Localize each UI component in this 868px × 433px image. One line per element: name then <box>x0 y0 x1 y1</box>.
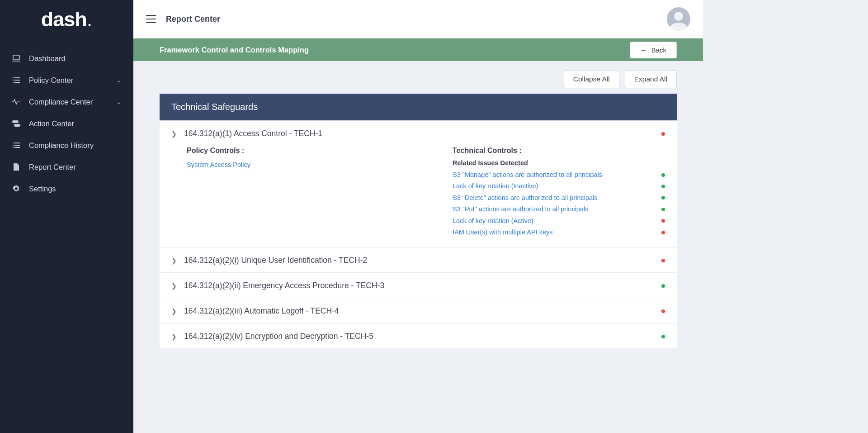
subheader-title: Framework Control and Controls Mapping <box>160 46 309 54</box>
issue-row: Lack of key rotation (Active) <box>453 215 665 227</box>
issue-row: S3 "Manage" actions are authorized to al… <box>453 169 665 181</box>
technical-controls-column: Technical Controls : Related Issues Dete… <box>453 147 665 238</box>
sidebar-item-label: Action Center <box>29 119 74 128</box>
logo: dash. <box>0 0 133 38</box>
expand-all-button[interactable]: Expand All <box>625 70 677 88</box>
policy-link[interactable]: System Access Policy <box>187 159 443 171</box>
policy-controls-heading: Policy Controls : <box>187 147 443 155</box>
issue-link[interactable]: S3 "Put" actions are authorized to all p… <box>453 204 588 215</box>
gear-icon <box>12 184 21 193</box>
page-title: Report Center <box>166 14 220 24</box>
status-dot <box>661 309 665 313</box>
topbar: Report Center <box>133 0 703 38</box>
sidebar-item-label: Compliance Center <box>29 98 93 106</box>
sidebar-item-label: Dashboard <box>29 54 66 63</box>
activity-icon <box>12 97 21 106</box>
laptop-icon <box>12 54 21 63</box>
issue-link[interactable]: S3 "Delete" actions are authorized to al… <box>453 192 598 204</box>
content: Technical Safeguards ❯ 164.312(a)(1) Acc… <box>133 91 703 433</box>
svg-rect-1 <box>12 120 19 123</box>
status-dot <box>661 259 665 262</box>
back-button-label: Back <box>651 46 666 54</box>
sidebar-item-label: Report Center <box>29 163 76 171</box>
status-dot <box>661 208 665 211</box>
control-row: ❯ 164.312(a)(2)(iv) Encryption and Decry… <box>160 323 677 348</box>
chevron-right-icon: ❯ <box>171 333 178 340</box>
avatar[interactable] <box>667 7 690 31</box>
control-title: 164.312(a)(2)(ii) Emergency Access Proce… <box>184 281 384 290</box>
control-row: ❯ 164.312(a)(1) Access Control - TECH-1 … <box>160 120 677 247</box>
chevron-right-icon: ❯ <box>171 308 178 315</box>
toggle-icon <box>12 119 21 128</box>
sidebar-item-compliance-history[interactable]: Compliance History <box>0 134 133 156</box>
control-title: 164.312(a)(1) Access Control - TECH-1 <box>184 129 322 138</box>
status-dot <box>661 185 665 188</box>
arrow-left-icon: ← <box>640 46 647 54</box>
logo-text: dash <box>41 9 87 29</box>
svg-rect-2 <box>14 124 20 127</box>
chevron-down-icon: ⌄ <box>116 98 122 105</box>
chevron-right-icon: ❯ <box>171 257 178 264</box>
control-row-header[interactable]: ❯ 164.312(a)(1) Access Control - TECH-1 <box>171 129 665 138</box>
status-dot <box>661 173 665 177</box>
sidebar: dash. Dashboard Policy Center ⌄ Complian… <box>0 0 133 433</box>
back-button[interactable]: ← Back <box>630 42 677 58</box>
sidebar-item-report-center[interactable]: Report Center <box>0 156 133 178</box>
control-row-header[interactable]: ❯ 164.312(a)(2)(ii) Emergency Access Pro… <box>171 281 665 290</box>
sidebar-item-compliance-center[interactable]: Compliance Center ⌄ <box>0 91 133 113</box>
issue-link[interactable]: Lack of key rotation (Active) <box>453 215 533 227</box>
control-row-header[interactable]: ❯ 164.312(a)(2)(i) Unique User Identific… <box>171 256 665 265</box>
collapse-all-button[interactable]: Collapse All <box>564 70 619 88</box>
technical-controls-heading: Technical Controls : <box>453 147 665 155</box>
chevron-down-icon: ⌄ <box>116 76 122 84</box>
sidebar-item-action-center[interactable]: Action Center <box>0 113 133 134</box>
status-dot <box>661 284 665 288</box>
issue-link[interactable]: Lack of key rotation (Inactive) <box>453 181 538 192</box>
issue-row: IAM User(s) with multiple API keys <box>453 227 665 238</box>
issue-row: S3 "Delete" actions are authorized to al… <box>453 192 665 204</box>
policy-controls-column: Policy Controls : System Access Policy <box>187 147 443 238</box>
issue-row: S3 "Put" actions are authorized to all p… <box>453 204 665 215</box>
logo-dot: . <box>87 8 93 31</box>
status-dot <box>661 335 665 338</box>
chevron-right-icon: ❯ <box>171 130 178 138</box>
sidebar-nav: Dashboard Policy Center ⌄ Compliance Cen… <box>0 38 133 200</box>
issue-row: Lack of key rotation (Inactive) <box>453 181 665 192</box>
control-row: ❯ 164.312(a)(2)(iii) Automatic Logoff - … <box>160 298 677 323</box>
toolbar: Collapse All Expand All <box>133 61 703 91</box>
sidebar-item-settings[interactable]: Settings <box>0 178 133 200</box>
related-issues-heading: Related Issues Detected <box>453 159 665 167</box>
panel-title: Technical Safeguards <box>160 94 677 120</box>
control-row-header[interactable]: ❯ 164.312(a)(2)(iv) Encryption and Decry… <box>171 332 665 341</box>
main: Report Center Framework Control and Cont… <box>133 0 703 433</box>
safeguards-panel: Technical Safeguards ❯ 164.312(a)(1) Acc… <box>160 94 677 348</box>
sidebar-item-label: Settings <box>29 185 56 193</box>
chevron-right-icon: ❯ <box>171 282 178 290</box>
control-row-header[interactable]: ❯ 164.312(a)(2)(iii) Automatic Logoff - … <box>171 306 665 316</box>
svg-rect-0 <box>13 55 19 60</box>
issue-link[interactable]: IAM User(s) with multiple API keys <box>453 227 553 238</box>
control-title: 164.312(a)(2)(iv) Encryption and Decrypt… <box>184 332 373 341</box>
status-dot <box>661 219 665 223</box>
sidebar-item-dashboard[interactable]: Dashboard <box>0 48 133 69</box>
control-row: ❯ 164.312(a)(2)(i) Unique User Identific… <box>160 247 677 272</box>
control-row: ❯ 164.312(a)(2)(ii) Emergency Access Pro… <box>160 272 677 298</box>
control-row-body: Policy Controls : System Access Policy T… <box>171 138 665 240</box>
status-dot <box>661 132 665 136</box>
control-title: 164.312(a)(2)(i) Unique User Identificat… <box>184 256 367 265</box>
status-dot <box>661 231 665 234</box>
sidebar-item-label: Compliance History <box>29 141 94 150</box>
sidebar-item-label: Policy Center <box>29 76 73 85</box>
file-icon <box>12 162 21 171</box>
list-icon <box>12 141 21 150</box>
subheader: Framework Control and Controls Mapping ←… <box>133 38 703 61</box>
control-title: 164.312(a)(2)(iii) Automatic Logoff - TE… <box>184 306 339 316</box>
status-dot <box>661 196 665 200</box>
issue-link[interactable]: S3 "Manage" actions are authorized to al… <box>453 169 602 181</box>
list-icon <box>12 76 21 85</box>
sidebar-item-policy-center[interactable]: Policy Center ⌄ <box>0 69 133 91</box>
menu-toggle-icon[interactable] <box>146 15 156 23</box>
